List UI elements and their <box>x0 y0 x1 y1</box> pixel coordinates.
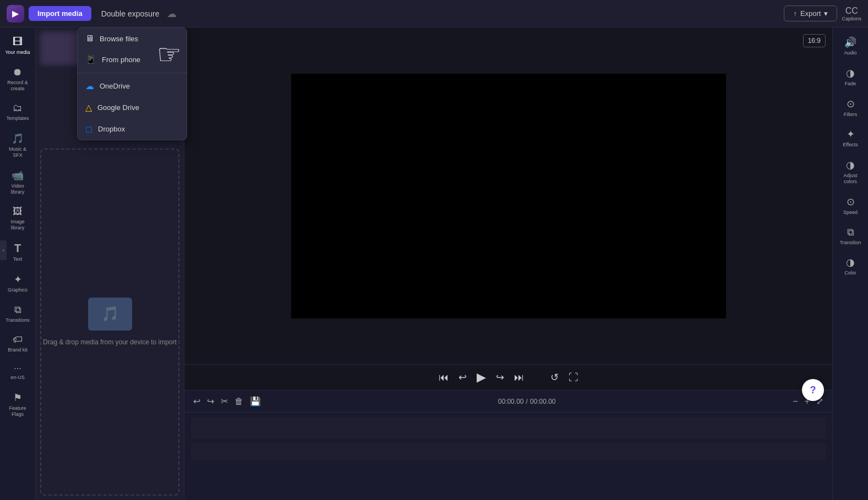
import-dropdown-menu: 🖥 Browse files 📱 From phone ☁ OneDrive △… <box>77 28 187 140</box>
dropdown-divider-1 <box>78 73 187 73</box>
sidebar-item-music-sfx[interactable]: 🎵 Music & SFX <box>2 128 34 163</box>
timeline-separator: / <box>526 398 527 405</box>
export-button[interactable]: ↑ Export ▾ <box>784 6 837 21</box>
left-sidebar: 🎞 Your media ⏺ Record &create 🗂 Template… <box>0 28 36 500</box>
rewind-button[interactable]: ↩ <box>458 371 467 383</box>
media-panel: 🖥 Browse files 📱 From phone ☁ OneDrive △… <box>36 28 184 500</box>
right-item-transition[interactable]: ⧉ Transition <box>834 222 867 250</box>
help-button[interactable]: ? <box>802 379 824 401</box>
skip-back-button[interactable]: ⏮ <box>439 372 449 383</box>
project-title: Double exposure <box>101 9 160 18</box>
import-media-button[interactable]: Import media <box>29 6 91 21</box>
transition-icon: ⧉ <box>847 227 854 238</box>
color-icon: ◑ <box>846 256 855 268</box>
drop-hint-text: Drag & drop media from your device to im… <box>43 337 177 347</box>
your-media-icon: 🎞 <box>13 36 23 48</box>
loop-button[interactable]: ↺ <box>550 371 559 383</box>
templates-icon: 🗂 <box>13 102 23 114</box>
google-drive-icon: △ <box>85 102 92 113</box>
center-area: 16:9 ⏮ ↩ ▶ ↪ ⏭ ↺ ⛶ ↩ ↪ ✂ 🗑 💾 00:00.00 / … <box>184 28 832 500</box>
graphics-icon: ✦ <box>14 273 22 285</box>
from-phone-label: From phone <box>102 56 140 64</box>
sidebar-item-label-graphics: Graphics <box>8 287 28 293</box>
sidebar-item-graphics[interactable]: ✦ Graphics <box>2 269 34 298</box>
media-drop-area[interactable]: 🎵 Drag & drop media from your device to … <box>40 149 179 496</box>
google-drive-label: Google Drive <box>97 103 139 112</box>
cloud-icon: ☁ <box>167 8 177 20</box>
sidebar-item-video-library[interactable]: 📹 Video library <box>2 165 34 200</box>
right-item-label-color: Color <box>844 270 856 276</box>
sidebar-item-label-feature-flags: Feature Flags <box>5 405 30 417</box>
feature-flags-icon: ⚑ <box>13 392 22 404</box>
aspect-ratio-badge[interactable]: 16:9 <box>803 34 826 47</box>
right-item-speed[interactable]: ⊙ Speed <box>834 191 867 220</box>
right-item-label-speed: Speed <box>843 210 858 216</box>
video-preview-container: 16:9 <box>184 28 832 364</box>
export-label: Export <box>800 9 821 18</box>
dropdown-dropbox[interactable]: ◻ Dropbox <box>78 118 187 140</box>
right-item-effects[interactable]: ✦ Effects <box>834 124 867 152</box>
sidebar-item-label-video-library: Video library <box>5 183 30 195</box>
sidebar-item-image-library[interactable]: 🖼 Image library <box>2 201 34 235</box>
audio-icon: 🔊 <box>844 36 856 48</box>
sidebar-item-label-music-sfx: Music & SFX <box>5 146 30 158</box>
save-button[interactable]: 💾 <box>248 394 263 409</box>
phone-icon: 📱 <box>85 54 96 65</box>
delete-button[interactable]: 🗑 <box>232 394 245 409</box>
play-button[interactable]: ▶ <box>477 370 486 384</box>
sidebar-item-templates[interactable]: 🗂 Templates <box>2 98 34 126</box>
sidebar-item-brand-kit[interactable]: 🏷 Brand kit <box>2 329 34 358</box>
app-logo: ▶ <box>7 5 24 23</box>
sidebar-item-feature-flags[interactable]: ⚑ Feature Flags <box>2 387 34 422</box>
right-sidebar-collapse-button[interactable]: ‹ <box>0 240 7 260</box>
dropdown-from-phone[interactable]: 📱 From phone <box>78 49 187 70</box>
right-item-fade[interactable]: ◑ Fade <box>834 63 867 91</box>
right-sidebar: 🔊 Audio ◑ Fade ⊙ Filters ✦ Effects ◑ Adj… <box>832 28 868 500</box>
video-library-icon: 📹 <box>12 169 24 182</box>
sidebar-item-transitions[interactable]: ⧉ Transitions <box>2 300 34 328</box>
right-item-label-filters: Filters <box>844 112 858 118</box>
sidebar-item-label-transitions: Transitions <box>6 317 30 323</box>
music-sfx-icon: 🎵 <box>12 133 24 145</box>
right-item-color[interactable]: ◑ Color <box>834 252 867 281</box>
dropbox-icon: ◻ <box>85 124 92 134</box>
music-placeholder-icon: 🎵 <box>88 298 132 331</box>
zoom-out-button[interactable]: − <box>790 394 800 409</box>
right-item-label-effects: Effects <box>843 142 858 148</box>
right-item-label-fade: Fade <box>845 81 856 87</box>
captions-button[interactable]: CC Captions <box>842 6 861 21</box>
redo-button[interactable]: ↪ <box>205 394 216 409</box>
help-icon: ? <box>810 384 816 396</box>
timeline-current-time: 00:00.00 <box>498 398 524 405</box>
sidebar-item-label-image-library: Image library <box>5 219 30 231</box>
dropbox-label: Dropbox <box>98 125 125 133</box>
fade-icon: ◑ <box>846 67 855 79</box>
sidebar-item-your-media[interactable]: 🎞 Your media <box>2 32 34 60</box>
right-item-adjust-colors[interactable]: ◑ Adjust colors <box>834 155 867 189</box>
dropdown-onedrive[interactable]: ☁ OneDrive <box>78 75 187 97</box>
filters-icon: ⊙ <box>847 98 855 110</box>
video-preview <box>291 74 726 318</box>
undo-button[interactable]: ↩ <box>191 394 203 409</box>
right-item-audio[interactable]: 🔊 Audio <box>834 32 867 61</box>
dropdown-google-drive[interactable]: △ Google Drive <box>78 97 187 118</box>
skip-forward-button[interactable]: ⏭ <box>514 372 524 383</box>
browse-files-label: Browse files <box>100 35 138 43</box>
captions-label: Captions <box>842 16 861 21</box>
fullscreen-button[interactable]: ⛶ <box>569 372 578 383</box>
record-create-icon: ⏺ <box>13 67 23 78</box>
right-item-label-adjust-colors: Adjust colors <box>837 173 864 185</box>
image-library-icon: 🖼 <box>13 206 23 217</box>
en-us-icon: ⋯ <box>14 364 21 373</box>
sidebar-item-record-create[interactable]: ⏺ Record &create <box>2 62 34 96</box>
cut-button[interactable]: ✂ <box>219 394 230 409</box>
forward-button[interactable]: ↪ <box>496 371 504 383</box>
dropdown-browse-files[interactable]: 🖥 Browse files <box>78 28 187 49</box>
playback-controls: ⏮ ↩ ▶ ↪ ⏭ ↺ ⛶ <box>184 364 832 390</box>
onedrive-label: OneDrive <box>100 82 130 90</box>
sidebar-item-label-text: Text <box>13 256 23 262</box>
sidebar-item-label-brand-kit: Brand kit <box>8 347 28 353</box>
right-item-filters[interactable]: ⊙ Filters <box>834 94 867 122</box>
adjust-colors-icon: ◑ <box>846 159 855 171</box>
sidebar-item-en-us[interactable]: ⋯ en-US <box>2 360 34 385</box>
